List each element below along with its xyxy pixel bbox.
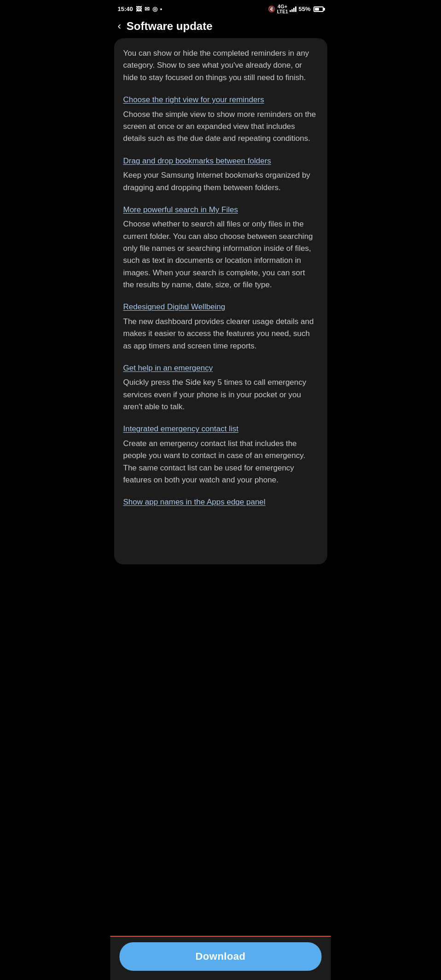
back-button[interactable]: ‹ <box>118 21 121 31</box>
mute-icon: 🔇 <box>268 6 275 12</box>
battery-percent: 55% <box>298 6 310 12</box>
page-header: ‹ Software update <box>110 16 331 38</box>
intro-text: You can show or hide the completed remin… <box>123 47 318 84</box>
battery-icon <box>313 6 324 12</box>
feature-title-my-files[interactable]: More powerful search in My Files <box>123 204 318 216</box>
feature-title-emergency-contacts[interactable]: Integrated emergency contact list <box>123 423 318 435</box>
time-display: 15:40 <box>118 6 133 12</box>
network-sub: LTE1 <box>277 9 288 14</box>
feature-title-reminders-view[interactable]: Choose the right view for your reminders <box>123 94 318 106</box>
feature-section-my-files: More powerful search in My Files Choose … <box>123 204 318 291</box>
feature-section-reminders-view: Choose the right view for your reminders… <box>123 94 318 145</box>
status-right: 🔇 4G+ LTE1 55% <box>268 4 324 14</box>
feature-desc-digital-wellbeing: The new dashboard provides clearer usage… <box>123 316 318 352</box>
status-bar: 15:40 🖼 ✉ ◎ • 🔇 4G+ LTE1 55% <box>110 0 331 16</box>
network-info: 4G+ LTE1 <box>277 4 288 14</box>
feature-title-digital-wellbeing[interactable]: Redesigned Digital Wellbeing <box>123 301 318 313</box>
feature-section-apps-edge: Show app names in the Apps edge panel <box>123 496 318 508</box>
feature-desc-my-files: Choose whether to search all files or on… <box>123 218 318 291</box>
feature-desc-emergency: Quickly press the Side key 5 times to ca… <box>123 377 318 413</box>
feature-desc-emergency-contacts: Create an emergency contact list that in… <box>123 438 318 486</box>
network-type: 4G+ <box>277 4 288 9</box>
feature-desc-bookmarks: Keep your Samsung Internet bookmarks org… <box>123 169 318 194</box>
signal-bars-icon <box>290 6 296 12</box>
status-left: 15:40 🖼 ✉ ◎ • <box>118 6 162 12</box>
feature-section-bookmarks: Drag and drop bookmarks between folders … <box>123 155 318 194</box>
feature-section-emergency-contacts: Integrated emergency contact list Create… <box>123 423 318 486</box>
gallery-icon: 🖼 <box>136 6 142 12</box>
feature-section-digital-wellbeing: Redesigned Digital Wellbeing The new das… <box>123 301 318 352</box>
dot-indicator: • <box>160 6 162 12</box>
page-title: Software update <box>127 20 213 33</box>
feature-title-bookmarks[interactable]: Drag and drop bookmarks between folders <box>123 155 318 167</box>
feature-desc-reminders-view: Choose the simple view to show more remi… <box>123 109 318 145</box>
feature-section-emergency: Get help in an emergency Quickly press t… <box>123 362 318 413</box>
feature-title-apps-edge[interactable]: Show app names in the Apps edge panel <box>123 496 318 508</box>
instagram-icon: ◎ <box>152 6 157 12</box>
mail-icon: ✉ <box>145 6 150 12</box>
content-area: You can show or hide the completed remin… <box>114 38 327 564</box>
feature-title-emergency[interactable]: Get help in an emergency <box>123 362 318 374</box>
